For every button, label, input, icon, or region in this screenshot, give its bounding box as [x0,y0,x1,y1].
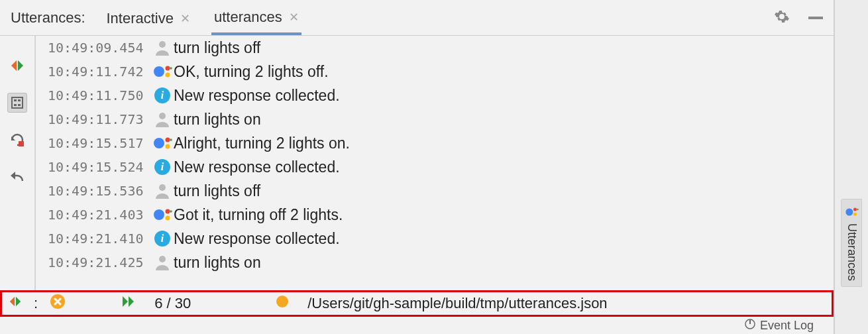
svg-point-15 [170,139,172,141]
timestamp: 10:49:11.750 [48,87,151,103]
log-row[interactable]: 10:49:21.425turn lights on [48,250,834,274]
utterances-side-tab[interactable]: Utterances [841,199,862,287]
timestamp: 10:49:21.410 [48,231,151,247]
svg-point-14 [166,144,170,149]
log-row[interactable]: 10:49:21.403Got it, turning off 2 lights… [48,203,834,227]
log-row[interactable]: 10:49:15.517Alright, turning 2 lights on… [48,131,834,155]
log-panel[interactable]: 10:49:09.454turn lights off10:49:11.742O… [34,36,834,290]
file-path: /Users/git/gh-sample/build/tmp/utterance… [307,295,607,312]
svg-point-12 [154,138,164,148]
undo-icon[interactable] [7,167,27,187]
svg-rect-2 [18,99,21,101]
timestamp: 10:49:11.742 [48,64,151,80]
svg-rect-5 [19,141,24,146]
log-message: New response collected. [174,230,340,248]
log-message: New response collected. [174,87,340,105]
svg-point-8 [166,66,170,71]
refresh-stop-icon[interactable] [7,130,27,150]
svg-point-6 [159,41,166,48]
side-tab-label: Utterances [845,223,859,281]
right-sidebar: Utterances [835,0,868,334]
status-bar: : 6 / 30 /Users/git/gh-sample/build/tmp/… [0,290,834,317]
tool-window-title: Utterances: [11,9,85,27]
svg-rect-1 [14,99,17,101]
log-message: turn lights off [174,39,260,57]
minimize-icon[interactable] [808,17,823,19]
log-row[interactable]: 10:49:09.454turn lights off [48,36,834,60]
tab-interactive[interactable]: Interactive ✕ [104,2,193,34]
timestamp: 10:49:15.524 [48,159,151,175]
progress-counter: 6 / 30 [154,295,191,312]
svg-point-28 [853,213,857,216]
log-message: turn lights off [174,182,260,200]
svg-point-7 [154,66,164,77]
user-icon [151,182,174,200]
tab-label: utterances [214,9,282,26]
svg-point-11 [159,113,166,119]
event-log-icon[interactable] [744,318,756,333]
timestamp: 10:49:21.403 [48,207,151,223]
info-icon: i [151,231,174,247]
tab-label: Interactive [107,10,174,27]
log-message: turn lights on [174,254,261,272]
svg-rect-25 [749,320,751,324]
timestamp: 10:49:15.536 [48,183,151,199]
swap-icon[interactable] [7,56,27,76]
user-icon [151,38,174,57]
timestamp: 10:49:15.517 [48,135,151,151]
timestamp: 10:49:09.454 [48,40,151,56]
log-message: Alright, turning 2 lights on. [174,135,350,152]
assistant-icon [151,63,174,80]
svg-point-9 [166,73,170,78]
svg-point-26 [845,209,853,216]
assistant-icon [151,135,174,152]
svg-rect-3 [14,104,17,106]
layout-icon[interactable] [7,93,27,113]
svg-point-13 [166,138,170,142]
info-icon: i [151,87,174,103]
svg-point-29 [857,209,859,211]
close-icon[interactable]: ✕ [180,11,190,26]
event-log-link[interactable]: Event Log [760,319,814,333]
svg-point-17 [154,209,164,220]
tool-window-header: Utterances: Interactive ✕ utterances ✕ [0,0,834,36]
svg-point-21 [159,256,166,262]
colon-label: : [34,295,38,312]
svg-rect-4 [18,104,21,106]
log-message: turn lights on [174,111,261,129]
svg-point-20 [170,210,172,213]
log-row[interactable]: 10:49:15.524iNew response collected. [48,155,834,179]
cancel-icon[interactable] [50,294,66,313]
user-icon [151,110,174,129]
svg-point-27 [853,208,857,211]
info-icon: i [151,159,174,175]
svg-rect-0 [12,97,23,108]
timestamp: 10:49:11.773 [48,111,151,127]
log-message: New response collected. [174,158,340,176]
log-row[interactable]: 10:49:11.750iNew response collected. [48,84,834,107]
log-row[interactable]: 10:49:21.410iNew response collected. [48,227,834,250]
log-row[interactable]: 10:49:11.742OK, turning 2 lights off. [48,60,834,84]
left-toolbar [0,36,34,290]
log-row[interactable]: 10:49:15.536turn lights off [48,179,834,203]
play-icon[interactable] [121,295,136,312]
svg-point-16 [159,184,166,191]
svg-point-10 [170,67,172,70]
swap-icon[interactable] [9,295,22,312]
log-message: OK, turning 2 lights off. [174,63,329,81]
log-message: Got it, turning off 2 lights. [174,206,343,224]
tab-utterances[interactable]: utterances ✕ [211,1,301,35]
bottom-bar: Event Log [0,317,834,334]
timestamp: 10:49:21.425 [48,254,151,270]
log-row[interactable]: 10:49:11.773turn lights on [48,107,834,131]
svg-point-19 [166,216,170,221]
assistant-icon [151,206,174,223]
status-dot-icon [276,295,289,312]
user-icon [151,253,174,272]
svg-point-18 [166,209,170,214]
close-icon[interactable]: ✕ [289,10,299,25]
svg-point-23 [276,296,288,307]
gear-icon[interactable] [774,9,790,27]
